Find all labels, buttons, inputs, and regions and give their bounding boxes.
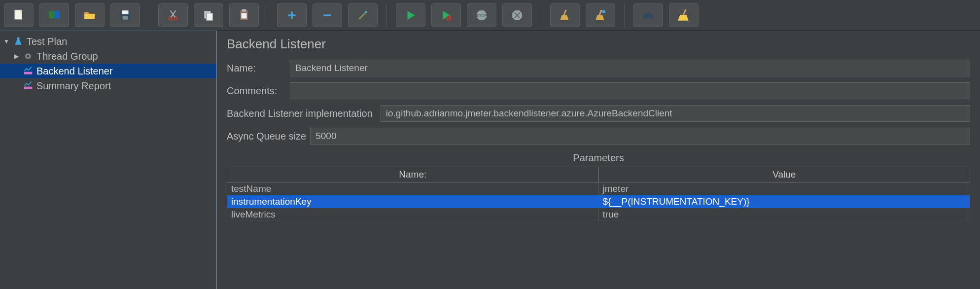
table-row[interactable]: liveMetricstrue <box>227 208 970 221</box>
cut-icon <box>167 9 179 22</box>
paste-icon <box>238 9 250 22</box>
broom-all-icon <box>594 9 607 22</box>
table-row[interactable]: instrumentationKey${__P(INSTRUMENTATION_… <box>227 195 970 208</box>
templates-button[interactable] <box>39 3 69 27</box>
plus-icon <box>285 9 298 22</box>
svg-rect-14 <box>242 9 246 11</box>
name-label: Name: <box>227 63 286 74</box>
open-button[interactable] <box>75 3 105 27</box>
param-value-cell[interactable]: ${__P(INSTRUMENTATION_KEY)} <box>599 195 970 208</box>
table-row[interactable]: testNamejmeter <box>227 182 970 195</box>
tool-group-structure <box>277 3 378 27</box>
parameters-header: Name: Value <box>227 167 970 182</box>
svg-rect-3 <box>54 11 60 18</box>
param-header-name: Name: <box>227 167 599 182</box>
reset-search-button[interactable] <box>669 3 699 27</box>
remove-button[interactable] <box>313 3 342 27</box>
save-button[interactable] <box>110 3 140 27</box>
name-row: Name: <box>227 60 970 76</box>
start-button[interactable] <box>396 3 425 27</box>
toolbar: STOP <box>0 0 980 31</box>
panel-title: Backend Listener <box>227 36 970 52</box>
comments-input[interactable] <box>290 82 970 99</box>
queue-row: Async Queue size <box>227 128 970 144</box>
svg-rect-35 <box>647 12 650 14</box>
main-split: ▼ Test Plan ▶ Thread Group Backend Liste… <box>0 31 980 289</box>
toolbar-separator <box>541 3 541 27</box>
comments-label: Comments: <box>227 85 286 97</box>
tree-node-test-plan[interactable]: ▼ Test Plan <box>0 34 216 49</box>
stop-icon: STOP <box>475 9 488 22</box>
svg-rect-5 <box>122 10 129 14</box>
wand-icon <box>356 9 369 22</box>
tool-group-run: STOP <box>396 3 532 27</box>
parameters-section: Parameters Name: Value testNamejmeterins… <box>227 150 970 221</box>
svg-line-31 <box>599 10 601 15</box>
editor-panel: Backend Listener Name: Comments: Backend… <box>217 31 980 289</box>
search-button[interactable] <box>633 3 663 27</box>
param-header-value: Value <box>599 167 970 182</box>
clear-button[interactable] <box>550 3 580 27</box>
toolbar-separator <box>386 3 387 27</box>
binoculars-icon <box>642 9 655 22</box>
toggle-button[interactable] <box>348 3 378 27</box>
tree-node-backend-listener[interactable]: Backend Listener <box>0 64 216 78</box>
queue-label: Async Queue size <box>227 131 306 142</box>
implementation-input[interactable] <box>381 105 970 122</box>
queue-input[interactable] <box>310 128 970 144</box>
parameters-title: Parameters <box>227 150 970 167</box>
param-value-cell[interactable]: jmeter <box>599 182 970 195</box>
tree-label: Backend Listener <box>36 66 113 77</box>
test-plan-tree[interactable]: ▼ Test Plan ▶ Thread Group Backend Liste… <box>0 31 217 289</box>
parameters-body: testNamejmeterinstrumentationKey${__P(IN… <box>227 182 970 221</box>
paste-button[interactable] <box>229 3 259 27</box>
tool-group-edit <box>158 3 259 27</box>
disclosure-open-icon: ▼ <box>3 38 10 45</box>
svg-point-32 <box>602 10 605 13</box>
report-icon <box>23 80 34 91</box>
listener-icon <box>23 66 34 76</box>
tree-node-summary-report[interactable]: Summary Report <box>0 78 216 93</box>
copy-button[interactable] <box>194 3 223 27</box>
new-file-button[interactable] <box>4 3 34 27</box>
cut-button[interactable] <box>158 3 188 27</box>
tree-node-thread-group[interactable]: ▶ Thread Group <box>0 49 216 64</box>
tool-group-file <box>4 3 140 27</box>
svg-point-38 <box>27 55 30 58</box>
svg-rect-15 <box>242 13 247 18</box>
stop-button[interactable]: STOP <box>467 3 496 27</box>
beaker-icon <box>13 36 24 47</box>
shutdown-icon <box>511 9 524 22</box>
shutdown-button[interactable] <box>502 3 532 27</box>
tool-group-misc <box>633 3 699 27</box>
svg-line-19 <box>359 12 365 19</box>
param-name-cell[interactable]: testName <box>227 182 599 195</box>
minus-icon <box>321 9 334 22</box>
start-no-timers-button[interactable] <box>431 3 461 27</box>
svg-point-20 <box>365 11 367 13</box>
tree-label: Test Plan <box>27 36 67 47</box>
svg-rect-2 <box>49 11 54 18</box>
svg-rect-12 <box>207 13 213 20</box>
tree-label: Summary Report <box>36 80 111 92</box>
tree-label: Thread Group <box>36 51 98 62</box>
svg-marker-21 <box>408 11 415 19</box>
open-folder-icon <box>83 9 96 22</box>
comments-row: Comments: <box>227 82 970 99</box>
param-name-cell[interactable]: instrumentationKey <box>227 195 599 208</box>
clear-all-button[interactable] <box>586 3 615 27</box>
play-icon <box>404 9 417 22</box>
add-button[interactable] <box>277 3 307 27</box>
name-input[interactable] <box>290 60 970 76</box>
svg-text:STOP: STOP <box>477 13 487 18</box>
copy-icon <box>202 9 215 22</box>
param-value-cell[interactable]: true <box>599 208 970 221</box>
new-file-icon <box>12 9 25 22</box>
implementation-label: Backend Listener implementation <box>227 108 373 119</box>
svg-rect-6 <box>123 16 128 20</box>
gear-icon <box>23 51 34 62</box>
param-name-cell[interactable]: liveMetrics <box>227 208 599 221</box>
svg-rect-40 <box>24 87 33 89</box>
templates-icon <box>48 9 61 22</box>
svg-rect-39 <box>24 72 33 74</box>
